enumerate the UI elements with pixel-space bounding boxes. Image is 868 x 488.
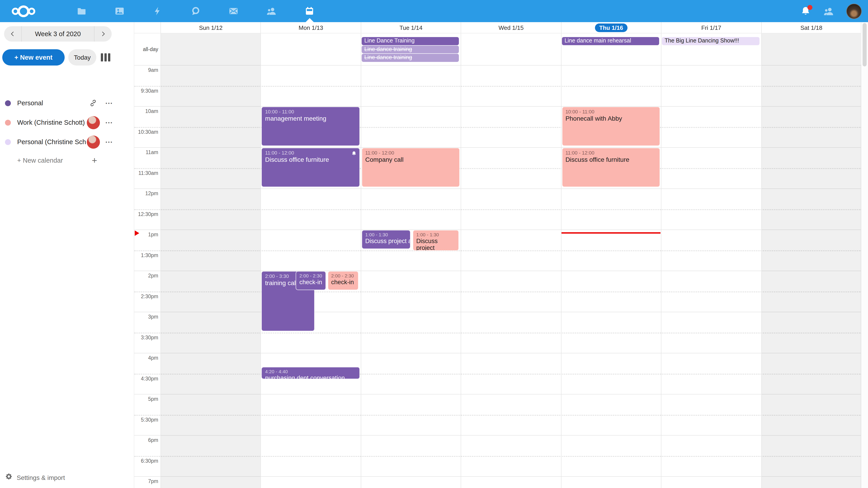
- all-day-lane[interactable]: [160, 33, 260, 65]
- files-icon[interactable]: [76, 6, 87, 17]
- new-event-button[interactable]: + New event: [2, 49, 65, 66]
- event-time: 11:00 - 12:00: [265, 149, 356, 156]
- calendar-color-dot[interactable]: [5, 100, 11, 106]
- day-label[interactable]: Mon 1/13: [299, 24, 323, 31]
- calendar-event[interactable]: 11:00 - 12:00Discuss office furniture: [261, 148, 360, 187]
- event-time: 1:00 - 1:30: [365, 232, 407, 237]
- calendar-event[interactable]: 10:00 - 11:00management meeting: [261, 106, 360, 146]
- calendar-actions-menu[interactable]: •••: [105, 101, 113, 105]
- day-column[interactable]: 11:00 - 12:00Company call1:00 - 1:30Disc…: [361, 65, 461, 488]
- all-day-event[interactable]: Line Dance Training: [362, 37, 459, 45]
- calendar-event[interactable]: 11:00 - 12:00Discuss office furniture: [562, 148, 660, 187]
- user-avatar[interactable]: [846, 3, 862, 19]
- day-label[interactable]: Fri 1/17: [702, 24, 721, 31]
- day-column[interactable]: [661, 65, 761, 488]
- notification-badge: [807, 5, 812, 10]
- calendar-event[interactable]: 2:00 - 2:30check-in: [328, 271, 358, 290]
- sidebar-actions: + New event Today: [2, 49, 131, 66]
- day-header[interactable]: Mon 1/13: [260, 22, 361, 33]
- gear-icon: [5, 473, 13, 482]
- time-axis-label: 5:30pm: [135, 416, 158, 423]
- nextcloud-logo[interactable]: [12, 5, 35, 17]
- calendar-actions-menu[interactable]: •••: [105, 120, 113, 125]
- calendar-icon[interactable]: [304, 6, 315, 17]
- all-day-event[interactable]: Line dance main rehearsal: [562, 37, 659, 45]
- plus-icon[interactable]: +: [88, 156, 101, 165]
- notifications-bell-icon[interactable]: [800, 6, 811, 17]
- calendar-event[interactable]: 4:20 - 4:40purchasing dept conversation: [261, 367, 360, 379]
- all-day-event[interactable]: Line dance training: [362, 45, 459, 53]
- week-view-toggle-icon[interactable]: [101, 53, 110, 61]
- day-header[interactable]: Fri 1/17: [661, 22, 761, 33]
- new-calendar-button[interactable]: + New calendar+: [0, 153, 134, 168]
- event-time: 11:00 - 12:00: [365, 149, 456, 156]
- day-label[interactable]: Sun 1/12: [199, 24, 222, 31]
- day-header[interactable]: Tue 1/14: [361, 22, 461, 33]
- calendar-color-dot[interactable]: [5, 120, 11, 125]
- current-time-arrow-icon: [135, 230, 139, 236]
- day-column[interactable]: 10:00 - 11:00Phonecall with Abby11:00 - …: [561, 65, 661, 488]
- all-day-event[interactable]: The Big Line Dancing Show!!!: [662, 37, 759, 45]
- day-header[interactable]: Sun 1/12: [160, 22, 260, 33]
- day-label[interactable]: Sat 1/18: [800, 24, 822, 31]
- calendar-actions-menu[interactable]: •••: [105, 139, 113, 144]
- time-axis-label: 4:30pm: [135, 375, 158, 382]
- calendar-event[interactable]: 11:00 - 12:00Company call: [362, 148, 460, 187]
- next-week-button[interactable]: [94, 26, 112, 41]
- day-column[interactable]: [160, 65, 260, 488]
- day-column[interactable]: [461, 65, 561, 488]
- reminder-bell-icon: [351, 150, 357, 158]
- share-link-icon[interactable]: [87, 99, 100, 107]
- contacts-menu-icon[interactable]: [823, 6, 834, 17]
- sidebar-calendar-item[interactable]: Work (Christine Schott)•••: [0, 114, 134, 131]
- settings-and-import[interactable]: Settings & import: [5, 473, 65, 482]
- time-axis-label: 2:30pm: [135, 293, 158, 299]
- day-column[interactable]: 10:00 - 11:00management meeting11:00 - 1…: [260, 65, 361, 488]
- calendar-event[interactable]: 1:00 - 1:30Discuss project announcement: [362, 230, 411, 249]
- time-axis-label: 12:30pm: [135, 211, 158, 217]
- all-day-lane[interactable]: The Big Line Dancing Show!!!: [661, 33, 761, 65]
- logo-ring-center: [18, 5, 29, 17]
- calendar-name: Work (Christine Schott): [17, 119, 87, 126]
- all-day-lane[interactable]: [461, 33, 561, 65]
- sidebar-calendar-item[interactable]: Personal (Christine Scho…•••: [0, 133, 134, 151]
- day-label[interactable]: Wed 1/15: [499, 24, 524, 31]
- photos-icon[interactable]: [114, 6, 125, 17]
- day-header[interactable]: Wed 1/15: [461, 22, 561, 33]
- event-title: Discuss office furniture: [265, 156, 356, 163]
- time-axis-label: 2pm: [135, 272, 158, 279]
- calendar-owner-avatar: [87, 116, 100, 129]
- event-title: Company call: [365, 156, 456, 163]
- day-header[interactable]: Sat 1/18: [761, 22, 861, 33]
- calendar-event[interactable]: 1:00 - 1:30Discuss project announcement: [412, 230, 459, 251]
- today-button[interactable]: Today: [68, 49, 96, 66]
- activity-icon[interactable]: [152, 6, 163, 17]
- all-day-lane[interactable]: Line Dance TrainingLine dance trainingLi…: [361, 33, 461, 65]
- time-axis: 9am9:30am10am10:30am11am11:30am12pm12:30…: [134, 65, 160, 488]
- sidebar-calendar-item[interactable]: Personal•••: [0, 94, 134, 111]
- week-label[interactable]: Week 3 of 2020: [22, 30, 94, 37]
- all-day-lane[interactable]: [260, 33, 361, 65]
- calendar-event[interactable]: 10:00 - 11:00Phonecall with Abby: [562, 106, 660, 146]
- scrollbar-thumb[interactable]: [863, 23, 867, 66]
- app-navigation: [76, 0, 315, 22]
- time-axis-label: 5pm: [135, 396, 158, 402]
- previous-week-button[interactable]: [4, 26, 21, 41]
- all-day-lane[interactable]: [761, 33, 861, 65]
- time-axis-label: 6pm: [135, 437, 158, 443]
- day-header[interactable]: Thu 1/16: [561, 22, 661, 33]
- calendar-color-dot[interactable]: [5, 139, 11, 145]
- all-day-lane[interactable]: Line dance main rehearsal: [561, 33, 661, 65]
- day-label[interactable]: Tue 1/14: [399, 24, 423, 31]
- event-title: Discuss project announcement: [365, 237, 407, 244]
- event-title: check-in: [299, 279, 322, 285]
- day-column[interactable]: [761, 65, 861, 488]
- today-day-label[interactable]: Thu 1/16: [595, 23, 628, 32]
- contacts-icon[interactable]: [266, 6, 277, 17]
- header-right-actions: [800, 0, 862, 22]
- all-day-event[interactable]: Line dance training: [362, 54, 459, 62]
- calendar-event[interactable]: 2:00 - 2:30check-in: [296, 271, 326, 290]
- talk-icon[interactable]: [190, 6, 201, 17]
- mail-icon[interactable]: [228, 6, 239, 17]
- event-time: 1:00 - 1:30: [416, 232, 456, 237]
